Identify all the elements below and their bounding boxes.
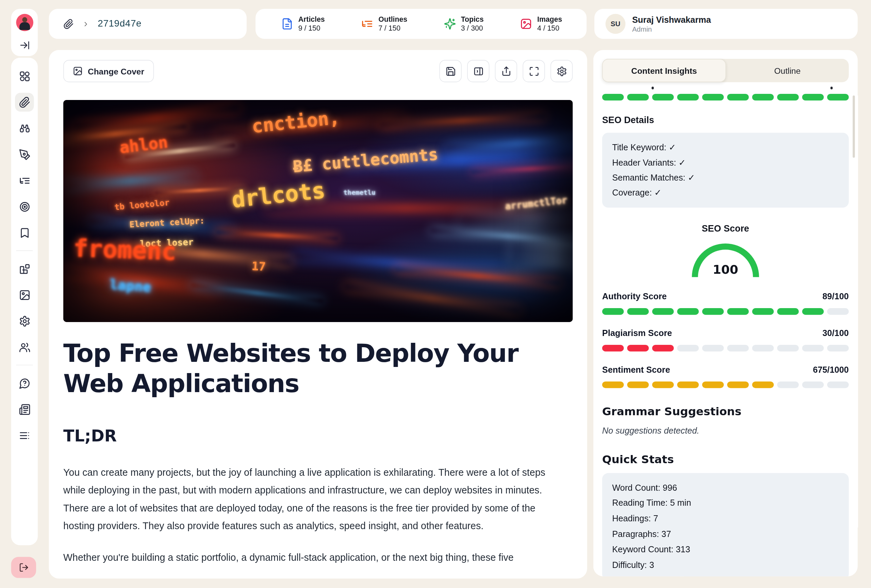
sidebar-item-settings[interactable] bbox=[15, 312, 34, 331]
change-cover-button[interactable]: Change Cover bbox=[63, 60, 154, 82]
score-label: Authority Score bbox=[602, 291, 667, 301]
stat-images: Images4 / 150 bbox=[520, 15, 562, 33]
authority-segment-bar bbox=[602, 308, 849, 315]
sidebar-profile-card bbox=[11, 9, 38, 56]
stat-label: Topics bbox=[461, 15, 484, 24]
quick-stat-item: Word Count: 996 bbox=[612, 480, 839, 495]
quick-stat-item: Reading Time: 5 min bbox=[612, 495, 839, 511]
sidebar-item-outlines[interactable] bbox=[15, 171, 34, 190]
fullscreen-button[interactable] bbox=[522, 60, 545, 82]
logout-icon bbox=[19, 563, 28, 572]
panel-scrollbar[interactable] bbox=[853, 96, 855, 158]
app-root: 2719d47e Articles9 / 150 Outlines7 / 150… bbox=[0, 0, 871, 588]
image-icon bbox=[19, 289, 30, 301]
stat-label: Outlines bbox=[378, 15, 407, 24]
breadcrumb-document-id[interactable]: 2719d47e bbox=[98, 18, 142, 30]
share-upload-icon bbox=[501, 66, 511, 76]
sidebar-item-bookmarks[interactable] bbox=[15, 223, 34, 242]
breadcrumb: 2719d47e bbox=[49, 9, 247, 39]
users-icon bbox=[19, 341, 30, 353]
cover-code-fragment: ahlon bbox=[118, 133, 169, 157]
tldr-heading[interactable]: TL;DR bbox=[63, 427, 573, 446]
editor-card: Change Cover cnction,ahl bbox=[49, 50, 587, 579]
sparkles-icon bbox=[444, 18, 456, 30]
authority-score-block: Authority Score89/100 bbox=[602, 291, 849, 315]
list-dots-icon bbox=[19, 430, 30, 441]
sidebar-item-dashboard[interactable] bbox=[15, 67, 34, 86]
sidebar-item-help[interactable] bbox=[15, 374, 34, 393]
seo-detail-item: Title Keyword: ✓ bbox=[612, 140, 839, 155]
file-text-icon bbox=[281, 18, 293, 30]
sidebar-divider bbox=[16, 365, 33, 366]
sidebar-item-research[interactable] bbox=[15, 119, 34, 138]
sidebar-item-changelog[interactable] bbox=[15, 426, 34, 445]
seo-details-heading: SEO Details bbox=[602, 115, 849, 125]
cover-image: cnction,ahlonɃ£ cuttlecomntsdrlcotstb lo… bbox=[63, 100, 573, 322]
stat-value: 3 / 300 bbox=[461, 24, 484, 33]
usage-stats-bar: Articles9 / 150 Outlines7 / 150 Topics3 … bbox=[256, 9, 587, 39]
editor-toolbar: Change Cover bbox=[63, 60, 573, 82]
seo-score-heading: SEO Score bbox=[602, 223, 849, 234]
quick-stats-heading: Quick Stats bbox=[602, 452, 849, 466]
settings-button[interactable] bbox=[551, 60, 573, 82]
grammar-suggestions-message: No suggestions detected. bbox=[602, 425, 849, 435]
fullscreen-icon bbox=[528, 66, 539, 76]
score-value: 30/100 bbox=[822, 328, 849, 338]
sidebar-item-integrations[interactable] bbox=[15, 259, 34, 278]
gear-icon bbox=[19, 315, 30, 327]
plagiarism-segment-bar bbox=[602, 345, 849, 351]
arrow-right-to-line-icon bbox=[19, 40, 30, 50]
clipped-score-row bbox=[602, 87, 849, 91]
toggle-panel-button[interactable] bbox=[467, 60, 489, 82]
sidebar-item-articles[interactable] bbox=[15, 93, 34, 112]
editor-actions bbox=[439, 60, 573, 82]
quick-stat-item: Paragraphs: 37 bbox=[612, 527, 839, 542]
insights-tabs: Content Insights Outline bbox=[602, 59, 849, 82]
quick-stat-item: Difficulty: 3 bbox=[612, 557, 839, 573]
insights-panel: Content Insights Outline SEO Details Tit… bbox=[593, 50, 858, 576]
newspaper-icon bbox=[19, 403, 30, 415]
stat-outlines: Outlines7 / 150 bbox=[361, 15, 408, 33]
list-tree-icon bbox=[19, 175, 30, 186]
gear-icon bbox=[556, 66, 567, 76]
tab-content-insights[interactable]: Content Insights bbox=[602, 59, 726, 82]
quick-stats-box: Word Count: 996 Reading Time: 5 min Head… bbox=[602, 473, 849, 576]
sentiment-segment-bar bbox=[602, 381, 849, 388]
cover-code-fragment: Eleront celUpr: bbox=[129, 216, 205, 230]
user-avatar[interactable] bbox=[16, 14, 33, 31]
seo-score-value: 100 bbox=[713, 262, 738, 276]
stat-value: 9 / 150 bbox=[298, 24, 325, 33]
image-icon bbox=[73, 66, 83, 76]
user-name: Suraj Vishwakarma bbox=[632, 14, 711, 25]
sentiment-score-block: Sentiment Score675/1000 bbox=[602, 364, 849, 388]
cover-code-fragment: drlcots bbox=[230, 177, 326, 212]
seo-score-gauge: 100 bbox=[688, 238, 762, 278]
save-icon bbox=[445, 66, 456, 76]
paperclip-icon bbox=[63, 19, 74, 29]
stat-topics: Topics3 / 300 bbox=[444, 15, 483, 33]
pen-tool-icon bbox=[19, 149, 30, 160]
sidebar-item-docs[interactable] bbox=[15, 400, 34, 419]
seo-details-box: Title Keyword: ✓ Header Variants: ✓ Sema… bbox=[602, 133, 849, 207]
quick-stat-item: Keyword Count: 313 bbox=[612, 542, 839, 558]
target-icon bbox=[19, 201, 30, 212]
tab-outline[interactable]: Outline bbox=[726, 59, 849, 82]
paperclip-icon bbox=[19, 96, 30, 108]
cover-code-fragment: arrumctlTor bbox=[504, 194, 568, 212]
save-button[interactable] bbox=[439, 60, 461, 82]
stat-value: 4 / 150 bbox=[537, 24, 562, 33]
article-paragraph[interactable]: Whether you're building a static portfol… bbox=[63, 549, 566, 567]
plagiarism-score-block: Plagiarism Score30/100 bbox=[602, 328, 849, 351]
article-paragraph[interactable]: You can create many projects, but the jo… bbox=[63, 464, 566, 535]
user-menu[interactable]: SU Suraj Vishwakarma Admin bbox=[594, 9, 858, 39]
sidebar-item-topics[interactable] bbox=[15, 197, 34, 216]
collapse-sidebar-button[interactable] bbox=[15, 35, 34, 54]
sidebar-item-writer[interactable] bbox=[15, 145, 34, 164]
quick-stat-item: Headings: 7 bbox=[612, 511, 839, 527]
article-title[interactable]: Top Free Websites to Deploy Your Web App… bbox=[63, 339, 577, 398]
sidebar-item-images[interactable] bbox=[15, 285, 34, 304]
sidebar-item-team[interactable] bbox=[15, 338, 34, 357]
blocks-icon bbox=[19, 263, 30, 275]
share-button[interactable] bbox=[495, 60, 517, 82]
logout-button[interactable] bbox=[11, 557, 36, 578]
